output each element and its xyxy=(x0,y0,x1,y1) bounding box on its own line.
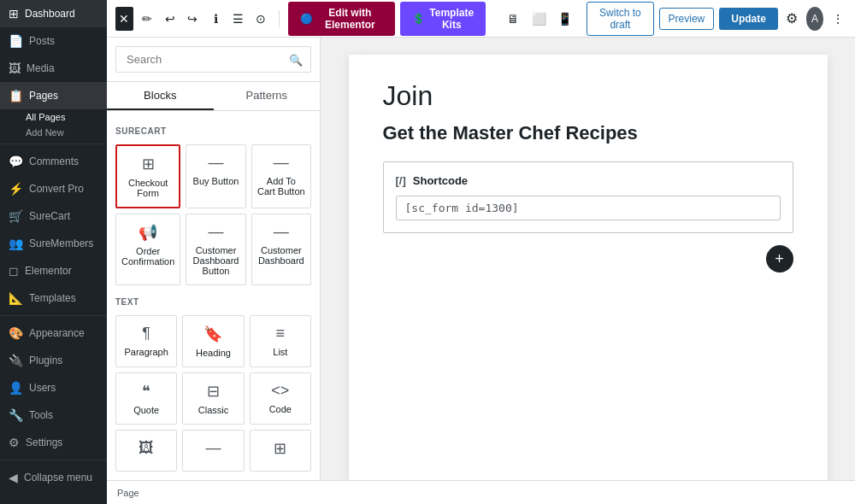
list-view-button[interactable]: ☰ xyxy=(229,7,247,31)
sidebar-label-suremembers: SureMembers xyxy=(29,237,93,249)
sidebar-label-surecart: SureCart xyxy=(29,210,70,222)
posts-icon: 📄 xyxy=(9,34,23,48)
sidebar-item-collapse[interactable]: ◀ Collapse menu xyxy=(0,464,107,491)
sidebar-label-settings: Settings xyxy=(26,437,62,448)
dashboard-icon: ⊞ xyxy=(9,7,19,21)
blocks-list: SURECART ⊞ Checkout Form — Buy Button — … xyxy=(107,111,320,480)
surecart-section-label: SURECART xyxy=(115,126,311,136)
convert-pro-icon: ⚡ xyxy=(9,182,23,196)
block-quote[interactable]: ❝ Quote xyxy=(115,372,177,425)
order-confirmation-icon: 📢 xyxy=(139,223,157,242)
sidebar-item-convert-pro[interactable]: ⚡ Convert Pro xyxy=(0,175,107,202)
search-input[interactable] xyxy=(115,46,311,73)
users-icon: 👤 xyxy=(9,381,23,395)
sidebar-item-pages[interactable]: 📋 Pages xyxy=(0,82,107,109)
update-button[interactable]: Update xyxy=(719,8,778,30)
surecart-blocks-grid: ⊞ Checkout Form — Buy Button — Add To Ca… xyxy=(115,144,311,285)
block-heading[interactable]: 🔖 Heading xyxy=(182,315,244,367)
customer-dashboard-button-label: Customer Dashboard Button xyxy=(192,245,239,276)
sidebar-item-settings[interactable]: ⚙ Settings xyxy=(0,429,107,456)
editor-container: ✕ ✏ ↩ ↪ ℹ ☰ ⊙ 🔵 Edit with Elementor 💲 Te… xyxy=(107,0,855,504)
code-icon: <> xyxy=(271,382,289,400)
buy-button-label: Buy Button xyxy=(193,176,239,186)
shortcode-block[interactable]: [/] Shortcode [sc_form id=1300] xyxy=(383,161,793,233)
settings-icon: ⚙ xyxy=(9,436,20,449)
draw-icon[interactable]: ✏ xyxy=(139,7,156,31)
image-icon: 🖼 xyxy=(139,439,154,457)
wp-admin-sidebar: ⊞ Dashboard 📄 Posts 🖼 Media 📋 Pages All … xyxy=(0,0,107,504)
mobile-view-button[interactable]: 📱 xyxy=(552,7,576,31)
sidebar-item-templates[interactable]: 📐 Templates xyxy=(0,284,107,312)
customer-dashboard-button-icon: — xyxy=(209,223,224,241)
shortcode-value: [sc_form id=1300] xyxy=(396,196,781,220)
switch-draft-button[interactable]: Switch to draft xyxy=(587,2,653,36)
edit-with-elementor-button[interactable]: 🔵 Edit with Elementor xyxy=(288,2,396,36)
undo-button[interactable]: ↩ xyxy=(161,7,179,31)
sidebar-item-all-pages[interactable]: All Pages xyxy=(0,109,107,125)
block-customer-dashboard[interactable]: — Customer Dashboard xyxy=(251,214,311,285)
template-kits-button[interactable]: 💲 Template Kits xyxy=(400,2,486,36)
quote-label: Quote xyxy=(133,405,159,415)
add-to-cart-label: Add To Cart Button xyxy=(257,176,305,196)
sidebar-item-posts[interactable]: 📄 Posts xyxy=(0,27,107,55)
redo-button[interactable]: ↪ xyxy=(184,7,202,31)
block-customer-dashboard-button[interactable]: — Customer Dashboard Button xyxy=(186,214,245,285)
separator xyxy=(279,10,280,27)
block-paragraph[interactable]: ¶ Paragraph xyxy=(115,315,177,367)
paragraph-icon: ¶ xyxy=(142,325,150,343)
shortcode-icon: [/] xyxy=(396,174,406,187)
block-add-to-cart[interactable]: — Add To Cart Button xyxy=(251,144,311,208)
customer-dashboard-icon: — xyxy=(274,223,289,241)
block-code[interactable]: <> Code xyxy=(250,372,311,425)
block-separator[interactable]: — xyxy=(182,430,244,472)
block-buy-button[interactable]: — Buy Button xyxy=(186,144,245,208)
sidebar-item-suremembers[interactable]: 👥 SureMembers xyxy=(0,230,107,257)
sidebar-item-tools[interactable]: 🔧 Tools xyxy=(0,401,107,429)
paragraph-label: Paragraph xyxy=(124,347,168,357)
templates-icon: 📐 xyxy=(9,291,23,305)
search-bar: 🔍 xyxy=(107,38,320,82)
editor-main: 🔍 Blocks Patterns SURECART ⊞ Checkout Fo… xyxy=(107,38,855,480)
close-editor-button[interactable]: ✕ xyxy=(115,7,133,31)
add-block-button[interactable]: + xyxy=(766,245,793,273)
settings-menu-button[interactable]: ⊙ xyxy=(252,7,270,31)
sidebar-item-elementor[interactable]: ◻ Elementor xyxy=(0,257,107,284)
sidebar-item-users[interactable]: 👤 Users xyxy=(0,374,107,401)
list-icon: ≡ xyxy=(276,325,286,343)
block-table[interactable]: ⊞ xyxy=(250,430,311,472)
tablet-view-button[interactable]: ⬜ xyxy=(527,7,551,31)
more-options-button[interactable]: ⋮ xyxy=(828,7,846,31)
sidebar-label-all-pages: All Pages xyxy=(26,112,65,122)
elementor-logo-icon: 🔵 xyxy=(300,13,313,25)
gear-button[interactable]: ⚙ xyxy=(783,7,801,31)
sidebar-label-tools: Tools xyxy=(29,409,53,421)
sidebar-label-elementor: Elementor xyxy=(25,265,72,277)
block-classic[interactable]: ⊟ Classic xyxy=(182,372,244,425)
buy-button-icon: — xyxy=(209,154,224,172)
desktop-view-button[interactable]: 🖥 xyxy=(501,7,525,31)
info-button[interactable]: ℹ xyxy=(207,7,225,31)
elementor-icon: ◻ xyxy=(9,264,19,278)
sidebar-label-media: Media xyxy=(27,62,55,74)
tab-patterns[interactable]: Patterns xyxy=(214,82,321,110)
block-order-confirmation[interactable]: 📢 Order Confirmation xyxy=(115,214,180,285)
block-image[interactable]: 🖼 xyxy=(115,430,177,472)
block-list[interactable]: ≡ List xyxy=(250,315,311,367)
tab-blocks[interactable]: Blocks xyxy=(107,82,214,110)
sidebar-item-plugins[interactable]: 🔌 Plugins xyxy=(0,347,107,374)
user-avatar[interactable]: A xyxy=(806,7,824,31)
sidebar-item-media[interactable]: 🖼 Media xyxy=(0,55,107,82)
preview-button[interactable]: Preview xyxy=(659,8,715,30)
sidebar-item-comments[interactable]: 💬 Comments xyxy=(0,148,107,175)
block-checkout-form[interactable]: ⊞ Checkout Form xyxy=(115,144,180,208)
sidebar-item-appearance[interactable]: 🎨 Appearance xyxy=(0,319,107,347)
sidebar-item-surecart[interactable]: 🛒 SureCart xyxy=(0,202,107,230)
classic-label: Classic xyxy=(198,405,228,415)
sidebar-item-dashboard[interactable]: ⊞ Dashboard xyxy=(0,0,107,27)
template-kits-label: Template Kits xyxy=(429,7,474,31)
sidebar-label-collapse: Collapse menu xyxy=(24,472,92,483)
sidebar-item-add-new[interactable]: Add New xyxy=(0,125,107,140)
collapse-icon: ◀ xyxy=(9,471,18,484)
checkout-form-label: Checkout Form xyxy=(122,178,174,198)
sidebar-label-posts: Posts xyxy=(29,35,55,47)
